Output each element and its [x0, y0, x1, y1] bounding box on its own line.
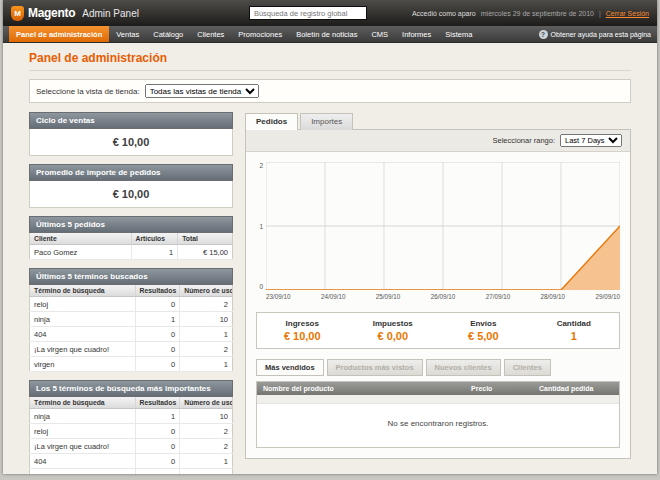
sidebar-column: Ciclo de ventas € 10,00 Promedio de impo…: [29, 112, 233, 474]
total-label: Cantidad: [529, 319, 620, 328]
table-row[interactable]: ¡La virgen que cuadro! 0 2: [30, 342, 233, 357]
total-cantidad: Cantidad 1: [529, 319, 620, 342]
table-row[interactable]: virgen 0 1: [30, 357, 233, 372]
magento-logo: Magento Admin Panel: [11, 6, 139, 21]
tab-pedidos[interactable]: Pedidos: [245, 113, 298, 130]
tab-clientes[interactable]: Clientes: [504, 359, 551, 376]
total-value: 1: [529, 330, 620, 342]
y-tick: 1: [259, 223, 263, 230]
tab-importes[interactable]: Importes: [300, 113, 353, 130]
nav-item-sistema[interactable]: Sistema: [438, 26, 479, 42]
cell-term: ¡La virgen que cuadro!: [30, 439, 136, 454]
col-header: Resultados: [135, 397, 180, 409]
total-envios: Envíos € 5,00: [438, 319, 529, 342]
cell-term: 404: [30, 327, 136, 342]
logo-subtitle: Admin Panel: [82, 8, 139, 19]
cell-term: 404: [30, 454, 136, 469]
nav-item-ventas[interactable]: Ventas: [109, 26, 146, 42]
logo-text: Magento: [28, 6, 75, 20]
empty-message: No se encontraron registros.: [257, 404, 619, 447]
nav-item-informes[interactable]: Informes: [395, 26, 438, 42]
tab-productos-mas-vistos[interactable]: Productos más vistos: [327, 359, 423, 376]
chart-x-axis: 23/09/10 24/09/10 25/09/10 26/09/10 27/0…: [266, 293, 620, 300]
cell-term: ninja: [30, 409, 136, 424]
table-row[interactable]: reloj 0 2: [30, 424, 233, 439]
range-label: Seleccionar rango:: [492, 136, 555, 145]
global-search-input[interactable]: [249, 6, 367, 20]
store-view-select[interactable]: Todas las vistas de tienda: [145, 84, 259, 98]
x-tick: 29/09/10: [595, 293, 620, 300]
cell-term: ninja: [30, 312, 136, 327]
panel-title: Últimos 5 términos buscados: [29, 268, 233, 285]
bestsellers-table-header: Nombre del producto Precio Cantidad pedi…: [257, 382, 619, 395]
cell-results: 0: [135, 357, 180, 372]
current-date: miércoles 29 de septiembre de 2010: [481, 10, 594, 17]
cell-results: 0: [135, 454, 180, 469]
nav-item-promociones[interactable]: Promociones: [231, 26, 289, 42]
cell-results: 1: [135, 312, 180, 327]
table-row[interactable]: ninja 1 10: [30, 312, 233, 327]
cell-uses: 2: [180, 342, 233, 357]
col-header: Nombre del producto: [257, 382, 465, 395]
tab-nuevos-clientes[interactable]: Nuevos clientes: [426, 359, 501, 376]
cell-uses: 1: [180, 454, 233, 469]
header-user-area: Accedió como aparo miércoles 29 de septi…: [412, 10, 649, 17]
dashboard-columns: Ciclo de ventas € 10,00 Promedio de impo…: [29, 112, 631, 474]
help-icon: [539, 30, 548, 39]
table-row[interactable]: ¡La virgen que cuadro! 0 2: [30, 439, 233, 454]
store-view-switcher: Seleccione la vista de tienda: Todas las…: [29, 79, 631, 103]
nav-item-catalogo[interactable]: Catálogo: [146, 26, 190, 42]
average-orders-value: € 10,00: [29, 181, 233, 208]
cell-uses: 1: [180, 357, 233, 372]
logged-in-as: Accedió como aparo: [412, 10, 476, 17]
top-search-terms-panel: Los 5 términos de búsqueda más important…: [29, 380, 233, 474]
logout-link[interactable]: Cerrar Sesión: [606, 10, 649, 17]
cell-results: 0: [135, 327, 180, 342]
total-value: € 5,00: [438, 330, 529, 342]
nav-item-dashboard[interactable]: Panel de administración: [9, 26, 109, 42]
cell-uses: 2: [180, 439, 233, 454]
range-selector-bar: Seleccionar rango: Last 7 Days: [246, 130, 630, 152]
table-row[interactable]: ninja 1 10: [30, 409, 233, 424]
col-header: Artículos: [131, 233, 178, 245]
table-row[interactable]: 404 0 1: [30, 454, 233, 469]
help-link[interactable]: Obtener ayuda para esta página: [539, 26, 651, 42]
page-title: Panel de administración: [29, 51, 631, 71]
average-orders-panel: Promedio de importe de pedidos € 10,00: [29, 164, 233, 208]
chart-plot-svg: [266, 162, 620, 290]
main-nav: Panel de administración Ventas Catálogo …: [3, 26, 657, 43]
y-tick: 2: [259, 162, 263, 169]
col-header: Número de usos: [180, 397, 233, 409]
total-value: € 10,00: [257, 330, 348, 342]
total-label: Envíos: [438, 319, 529, 328]
total-label: Ingresos: [257, 319, 348, 328]
panel-title: Promedio de importe de pedidos: [29, 164, 233, 181]
x-tick: 25/09/10: [376, 293, 401, 300]
cell-results: 0: [135, 439, 180, 454]
orders-amounts-tabs: Pedidos Importes: [245, 112, 631, 129]
lifetime-sales-value: € 10,00: [29, 129, 233, 156]
cell-uses: 2: [180, 424, 233, 439]
nav-item-clientes[interactable]: Clientes: [190, 26, 231, 42]
tab-mas-vendidos[interactable]: Más vendidos: [256, 359, 324, 376]
last-orders-panel: Últimos 5 pedidos Cliente Artículos Tota…: [29, 216, 233, 260]
x-tick: 24/09/10: [321, 293, 346, 300]
table-row[interactable]: reloj 0 2: [30, 297, 233, 312]
col-header: Cliente: [30, 233, 132, 245]
col-header: Precio: [465, 382, 533, 395]
table-row[interactable]: virge 0 1: [30, 469, 233, 475]
cell-term: ¡La virgen que cuadro!: [30, 342, 136, 357]
cell-term: virgen: [30, 357, 136, 372]
col-header: Término de búsqueda: [30, 397, 136, 409]
col-header: Cantidad pedida: [533, 382, 619, 395]
nav-item-cms[interactable]: CMS: [364, 26, 395, 42]
total-ingresos: Ingresos € 10,00: [257, 319, 348, 342]
col-header: Total: [178, 233, 233, 245]
table-row[interactable]: Paco Gomez 1 € 15,00: [30, 245, 233, 260]
nav-item-boletin[interactable]: Boletín de noticias: [289, 26, 364, 42]
range-select[interactable]: Last 7 Days: [560, 134, 622, 147]
magento-logo-icon: [11, 6, 24, 21]
table-row[interactable]: 404 0 1: [30, 327, 233, 342]
x-tick: 28/09/10: [541, 293, 566, 300]
cell-uses: 10: [180, 312, 233, 327]
